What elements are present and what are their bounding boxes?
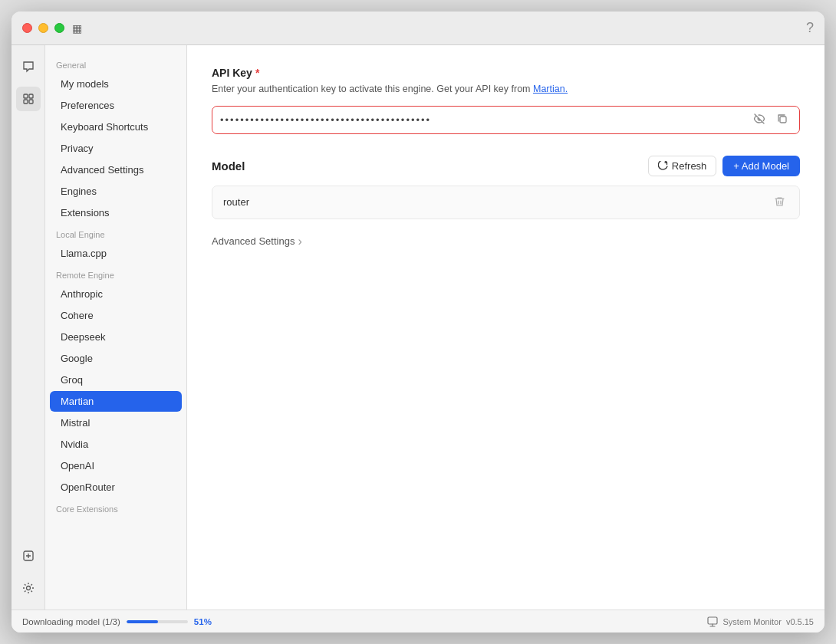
sidebar: General My models Preferences Keyboard S… bbox=[45, 45, 187, 610]
svg-rect-1 bbox=[29, 94, 33, 98]
titlebar-app-icon: ▦ bbox=[72, 22, 82, 34]
settings-icon[interactable] bbox=[16, 576, 41, 600]
api-key-actions bbox=[750, 111, 792, 129]
api-key-section: API Key * Enter your authentication key … bbox=[212, 67, 800, 134]
advanced-settings-label: Advanced Settings bbox=[212, 235, 295, 247]
api-key-input[interactable] bbox=[220, 114, 744, 126]
local-engine-section-label: Local Engine bbox=[45, 224, 186, 242]
sidebar-item-extensions[interactable]: Extensions bbox=[50, 202, 182, 223]
svg-rect-3 bbox=[29, 100, 33, 104]
downloading-text: Downloading model (1/3) bbox=[22, 617, 120, 626]
general-section-label: General bbox=[45, 54, 186, 73]
main-content: API Key * Enter your authentication key … bbox=[187, 45, 824, 610]
refresh-button[interactable]: Refresh bbox=[648, 156, 717, 176]
refresh-label: Refresh bbox=[672, 160, 707, 172]
help-icon[interactable]: ? bbox=[806, 20, 814, 36]
sidebar-item-martian[interactable]: Martian bbox=[50, 391, 182, 412]
martian-link[interactable]: Martian. bbox=[533, 84, 568, 94]
sidebar-item-mistral[interactable]: Mistral bbox=[50, 412, 182, 433]
model-name: router bbox=[223, 196, 771, 208]
required-star: * bbox=[255, 67, 259, 79]
svg-rect-7 bbox=[708, 617, 717, 624]
sidebar-item-privacy[interactable]: Privacy bbox=[50, 138, 182, 159]
sidebar-item-deepseek[interactable]: Deepseek bbox=[50, 327, 182, 347]
api-key-label-text: API Key bbox=[212, 67, 252, 79]
sidebar-item-nvidia[interactable]: Nvidia bbox=[50, 434, 182, 455]
sidebar-item-groq[interactable]: Groq bbox=[50, 370, 182, 390]
svg-rect-2 bbox=[24, 100, 28, 104]
icon-rail bbox=[12, 45, 45, 610]
model-title: Model bbox=[212, 159, 648, 172]
sidebar-item-advanced-settings[interactable]: Advanced Settings bbox=[50, 159, 182, 180]
import-icon[interactable] bbox=[16, 544, 41, 568]
model-section: Model Refresh + Add Model router bbox=[212, 156, 800, 248]
sidebar-item-google[interactable]: Google bbox=[50, 348, 182, 369]
sidebar-item-keyboard-shortcuts[interactable]: Keyboard Shortcuts bbox=[50, 117, 182, 137]
titlebar: ▦ ? bbox=[12, 12, 824, 45]
status-bar-right: System Monitor v0.5.15 bbox=[707, 616, 814, 627]
add-model-label: + Add Model bbox=[733, 160, 789, 172]
svg-rect-6 bbox=[780, 117, 786, 123]
close-button[interactable] bbox=[22, 23, 32, 33]
progress-bar-fill bbox=[127, 620, 158, 623]
model-header: Model Refresh + Add Model bbox=[212, 156, 800, 176]
sidebar-item-openrouter[interactable]: OpenRouter bbox=[50, 477, 182, 498]
chat-icon[interactable] bbox=[16, 54, 41, 79]
toggle-visibility-button[interactable] bbox=[750, 111, 769, 129]
sidebar-item-my-models[interactable]: My models bbox=[50, 74, 182, 94]
copy-button[interactable] bbox=[773, 111, 792, 129]
api-key-description: Enter your authentication key to activat… bbox=[212, 82, 800, 97]
add-model-button[interactable]: + Add Model bbox=[722, 156, 800, 176]
advanced-settings-row[interactable]: Advanced Settings › bbox=[212, 235, 800, 248]
minimize-button[interactable] bbox=[38, 23, 48, 33]
svg-rect-0 bbox=[24, 94, 28, 98]
app-body: General My models Preferences Keyboard S… bbox=[12, 45, 824, 610]
delete-model-button[interactable] bbox=[771, 194, 788, 211]
status-bar: Downloading model (1/3) 51% System Monit… bbox=[12, 610, 824, 632]
core-extensions-section-label: Core Extensions bbox=[45, 498, 186, 517]
system-monitor-label[interactable]: System Monitor bbox=[722, 617, 781, 626]
remote-engine-section-label: Remote Engine bbox=[45, 264, 186, 283]
api-key-input-row bbox=[212, 106, 800, 134]
sidebar-item-engines[interactable]: Engines bbox=[50, 181, 182, 202]
icon-rail-bottom bbox=[16, 544, 41, 600]
version-label: v0.5.15 bbox=[786, 617, 814, 626]
progress-percent: 51% bbox=[194, 617, 212, 626]
sidebar-item-cohere[interactable]: Cohere bbox=[50, 305, 182, 326]
sidebar-item-anthropic[interactable]: Anthropic bbox=[50, 284, 182, 304]
api-key-label: API Key * bbox=[212, 67, 800, 79]
maximize-button[interactable] bbox=[54, 23, 64, 33]
grid-icon[interactable] bbox=[16, 87, 41, 111]
svg-point-5 bbox=[26, 586, 30, 590]
sidebar-item-preferences[interactable]: Preferences bbox=[50, 95, 182, 116]
status-bar-left: Downloading model (1/3) 51% bbox=[22, 617, 707, 626]
progress-bar-container bbox=[127, 620, 188, 623]
api-key-desc-text: Enter your authentication key to activat… bbox=[212, 84, 531, 94]
monitor-icon bbox=[707, 616, 718, 627]
model-row: router bbox=[212, 186, 800, 219]
traffic-lights bbox=[22, 23, 64, 33]
sidebar-item-openai[interactable]: OpenAI bbox=[50, 455, 182, 476]
chevron-right-icon: › bbox=[298, 235, 301, 248]
sidebar-item-llama-cpp[interactable]: Llama.cpp bbox=[50, 243, 182, 264]
app-window: ▦ ? bbox=[12, 12, 824, 632]
